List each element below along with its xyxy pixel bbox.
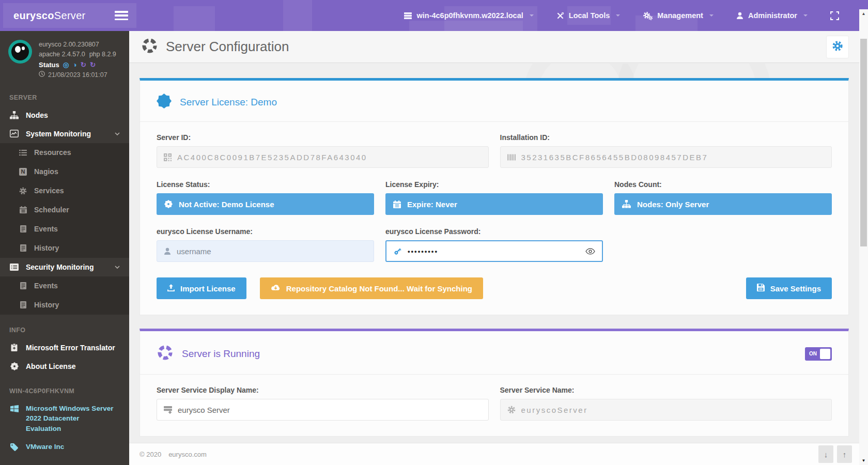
system-monitoring-submenu: Resources N Nagios Services Scheduler Ev… <box>0 143 129 258</box>
server-gear-icon <box>164 406 172 414</box>
import-license-button[interactable]: Import License <box>157 277 246 299</box>
save-settings-button[interactable]: Save Settings <box>746 277 832 299</box>
nodes-count-value: Nodes: Only Server <box>637 200 709 209</box>
nav-user-menu[interactable]: Administrator <box>736 11 808 20</box>
service-toggle[interactable]: ON <box>805 347 832 361</box>
sidebar-item-label: Services <box>34 187 64 195</box>
eye-icon[interactable] <box>585 248 595 255</box>
content: Server License: Demo Server ID: Installa… <box>129 64 859 443</box>
segmented-circle-icon <box>141 37 158 56</box>
page-title: Server Configuration <box>166 39 289 55</box>
server-datetime: 21/08/2023 16:01:07 <box>48 70 107 80</box>
service-name-label: Server Service Name: <box>500 386 832 394</box>
certificate-seal-icon <box>164 200 173 208</box>
server-id-label: Server ID: <box>157 133 489 142</box>
nav-host-dropdown[interactable]: win-4c6p0fhkvnm.w2022.local <box>404 11 533 20</box>
installation-id-input <box>521 153 825 162</box>
app-version: eurysco 2.00.230807 <box>39 40 120 50</box>
sidebar-item-security-events[interactable]: Events <box>0 276 129 296</box>
security-monitoring-submenu: Events History <box>0 276 129 315</box>
display-name-field <box>157 399 489 421</box>
sidebar-item-security-history[interactable]: History <box>0 296 129 315</box>
sidebar: eurysco 2.00.230807 apache 2.4.57.0php 8… <box>0 31 129 465</box>
nagios-icon: N <box>19 168 27 176</box>
footer-copyright: © 2020 <box>140 451 161 458</box>
scrollbar-down-arrow[interactable]: ▼ <box>859 458 868 463</box>
scroll-down-button[interactable]: ↓ <box>818 445 833 463</box>
php-version: php 8.2.9 <box>89 51 116 58</box>
repository-warning-button[interactable]: Repository Catalog Not Found... Wait for… <box>260 277 483 299</box>
barcode-icon <box>507 154 516 161</box>
sidebar-item-windows-info[interactable]: Microsoft Windows Server 2022 Datacenter… <box>0 399 129 438</box>
license-expiry-value: Expire: Never <box>407 200 457 209</box>
sidebar-item-services[interactable]: Services <box>0 181 129 200</box>
license-password-field <box>385 240 603 262</box>
display-name-input[interactable] <box>178 406 482 414</box>
brand-logo[interactable]: euryscoServer <box>13 10 86 22</box>
page-header: Server Configuration <box>129 31 859 63</box>
toggle-on-label: ON <box>809 351 817 357</box>
fullscreen-icon[interactable] <box>830 11 839 20</box>
chevron-down-icon <box>115 132 120 135</box>
journal-icon <box>19 301 27 308</box>
sidebar-item-history[interactable]: History <box>0 239 129 258</box>
license-panel: Server License: Demo Server ID: Installa… <box>140 78 849 315</box>
sidebar-item-resources[interactable]: Resources <box>0 143 129 162</box>
status-redo-icon: ↻ <box>90 61 96 69</box>
nodes-count-badge: Nodes: Only Server <box>614 193 832 215</box>
sidebar-item-vmware[interactable]: VMware Inc <box>0 438 129 456</box>
server-icon <box>404 12 412 19</box>
sidebar-item-security-monitoring[interactable]: Security Monitoring <box>0 258 129 276</box>
sidebar-item-nodes[interactable]: Nodes <box>0 106 129 125</box>
sidebar-item-label: Events <box>34 282 58 290</box>
hamburger-icon[interactable] <box>115 11 128 20</box>
sidebar-item-events[interactable]: Events <box>0 220 129 239</box>
service-panel: Server is Running ON Server Service Disp… <box>140 329 849 437</box>
service-name-input <box>521 406 825 414</box>
journal-icon <box>19 282 27 289</box>
sidebar-item-nagios[interactable]: N Nagios <box>0 162 129 181</box>
arrow-down-icon: ↓ <box>824 450 828 459</box>
certificate-seal-icon <box>9 362 19 370</box>
sidebar-item-label: History <box>34 244 59 252</box>
license-password-input[interactable] <box>408 247 580 255</box>
user-icon <box>164 247 171 255</box>
list-alt-icon <box>9 264 19 271</box>
gear-icon <box>507 406 516 414</box>
brand: euryscoServer <box>0 0 129 31</box>
import-license-label: Import License <box>180 284 236 293</box>
status-half-circle-icon: ◑ <box>73 61 77 69</box>
clock-icon <box>39 70 45 80</box>
scroll-up-button[interactable]: ↑ <box>837 445 852 463</box>
sidebar-item-label: Microsoft Error Translator <box>26 344 115 352</box>
user-icon <box>736 12 743 19</box>
sidebar-item-scheduler[interactable]: Scheduler <box>0 200 129 220</box>
gears-icon <box>643 11 653 20</box>
nav-management[interactable]: Management <box>643 11 714 20</box>
nav-local-tools[interactable]: Local Tools <box>556 11 621 20</box>
brand-bold: eurysco <box>13 10 54 21</box>
caret-down-icon <box>530 14 534 17</box>
journal-icon <box>19 225 27 233</box>
key-icon <box>393 247 402 256</box>
sidebar-item-system-monitoring[interactable]: System Monitoring <box>0 125 129 143</box>
footer-site: eurysco.com <box>168 451 207 458</box>
sidebar-item-about-license[interactable]: About License <box>0 357 129 376</box>
license-status-value: Not Active: Demo License <box>179 200 274 209</box>
journal-icon <box>19 244 27 252</box>
settings-gear-button[interactable] <box>826 36 849 58</box>
status-label: Status <box>39 60 59 70</box>
avatar <box>8 40 32 64</box>
windows-icon <box>9 404 19 434</box>
profile-block: eurysco 2.00.230807 apache 2.4.57.0php 8… <box>0 31 129 82</box>
service-panel-title: Server is Running <box>182 348 260 360</box>
service-name-field <box>500 399 832 421</box>
license-username-input[interactable] <box>177 247 367 256</box>
page-scrollbar: ▲ ▼ <box>859 9 868 465</box>
section-info: INFO <box>0 315 129 338</box>
sidebar-item-error-translator[interactable]: Microsoft Error Translator <box>0 338 129 357</box>
chart-icon <box>9 130 19 137</box>
scrollbar-thumb[interactable] <box>860 39 867 246</box>
save-settings-label: Save Settings <box>770 284 821 293</box>
scrollbar-up-arrow[interactable]: ▲ <box>859 9 868 18</box>
